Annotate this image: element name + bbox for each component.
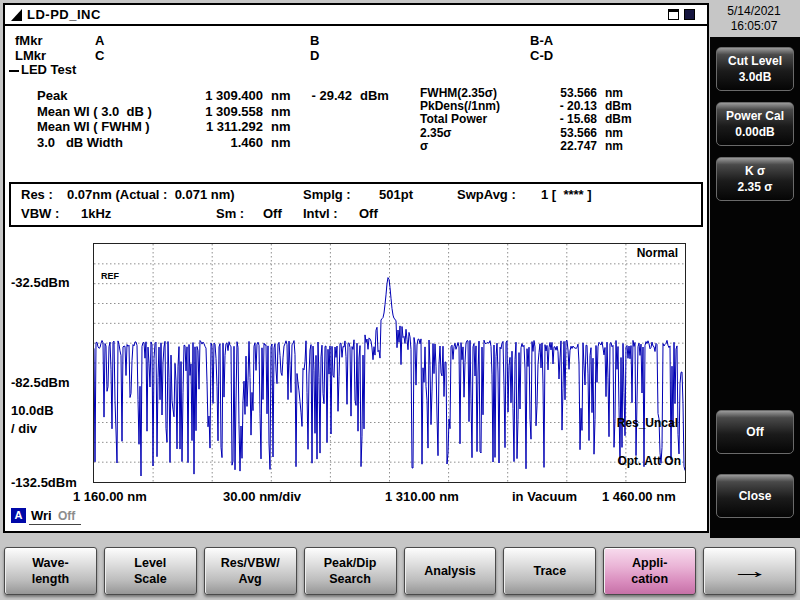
- menu-button-wavelength[interactable]: Wave-length: [4, 547, 97, 595]
- measurement-unit: nm: [271, 119, 291, 134]
- softkey-off[interactable]: Off: [716, 410, 794, 454]
- menu-button-level-scale[interactable]: LevelScale: [104, 547, 197, 595]
- setting-label: Smplg :: [303, 187, 351, 202]
- measurement-unit: nm: [271, 135, 291, 150]
- setting-value: Off: [263, 206, 282, 221]
- x-axis-label: 1 310.00 nm: [385, 489, 459, 504]
- window-restore-icon[interactable]: [668, 9, 679, 20]
- opt-att-label: Opt. Att On: [617, 454, 681, 468]
- marker-cell: D: [310, 48, 319, 63]
- menu-button-label: Wave-: [32, 556, 68, 571]
- menu-button-label: Analysis: [424, 564, 475, 579]
- measurement-value: - 20.13: [505, 99, 597, 113]
- softkey-label: K σ: [745, 164, 765, 178]
- osa-screen: LD-PD_INC fMkrABB-ALMkrCDC-D LED Test Pe…: [0, 0, 800, 600]
- measurement-label: FWHM(2.35σ): [420, 86, 497, 100]
- spectrum-plot: Normal REF Res_Uncal Opt. Att On: [93, 243, 686, 483]
- measurement-label: Total Power: [420, 112, 487, 126]
- softkey-label: 2.35 σ: [738, 180, 773, 194]
- softkey-label: Close: [739, 489, 772, 503]
- measurement-unit: nm: [605, 86, 623, 100]
- softkey-label: Off: [746, 425, 763, 439]
- measurement-label: 3.0 dB Width: [37, 135, 123, 150]
- softkey-panel: Cut Level3.0dBPower Cal0.00dBK σ2.35 σOf…: [710, 37, 800, 538]
- datetime-display: 5/14/2021 16:05:07: [711, 4, 797, 34]
- res-uncal-label: Res_Uncal: [617, 416, 678, 430]
- measurement-label: Mean WI ( 3.0 dB ): [37, 104, 152, 119]
- y-scale-label: 10.0dB: [11, 403, 54, 418]
- analysis-group-title: LED Test: [21, 62, 76, 77]
- setting-value: Off: [359, 206, 378, 221]
- setting-value: 1kHz: [81, 206, 111, 221]
- window-title: LD-PD_INC: [27, 7, 101, 22]
- app-logo-icon: [11, 9, 22, 21]
- measurement-value: 1 309.400: [163, 88, 263, 103]
- menu-button-res-vbw-avg[interactable]: Res/VBW/Avg: [204, 547, 297, 595]
- measurement-unit: nm: [271, 88, 291, 103]
- y-scale-label-unit: / div: [11, 421, 37, 436]
- x-axis-label: 1 160.00 nm: [73, 489, 147, 504]
- measurement-unit: nm: [271, 104, 291, 119]
- softkey-power-cal[interactable]: Power Cal0.00dB: [716, 102, 794, 146]
- softkey-label: Cut Level: [728, 54, 782, 68]
- y-axis-level-label: -82.5dBm: [11, 375, 70, 390]
- softkey-label: Power Cal: [726, 109, 784, 123]
- measurement-unit: dBm: [605, 112, 632, 126]
- y-axis-level-label: -132.5dBm: [11, 475, 77, 490]
- measurement-value: 1 309.558: [163, 104, 263, 119]
- setting-label: Intvl :: [303, 206, 338, 221]
- main-display-panel: LD-PD_INC fMkrABB-ALMkrCDC-D LED Test Pe…: [3, 3, 709, 533]
- menu-button-label: Search: [329, 572, 371, 587]
- menu-button-peak-dip-search[interactable]: Peak/DipSearch: [304, 547, 397, 595]
- menu-more-arrow-button[interactable]: →: [703, 547, 796, 595]
- time-label: 16:05:07: [711, 19, 797, 34]
- marker-cell: B: [310, 33, 319, 48]
- trace-status-underline: [29, 524, 81, 525]
- menu-button-label: length: [32, 572, 70, 587]
- sweep-mode-label: Normal: [637, 246, 678, 260]
- window-close-icon[interactable]: [684, 9, 695, 20]
- active-trace-badge[interactable]: A: [11, 508, 26, 523]
- softkey-cut-level[interactable]: Cut Level3.0dB: [716, 47, 794, 91]
- ref-level-label: REF: [101, 271, 119, 281]
- softkey-k-sigma[interactable]: K σ2.35 σ: [716, 157, 794, 201]
- title-bar: LD-PD_INC: [5, 5, 707, 26]
- trace-write-mode-label: Wri: [31, 508, 52, 523]
- menu-button-label: Peak/Dip: [324, 556, 377, 571]
- measurement-extra-unit: dBm: [360, 88, 389, 103]
- menu-button-label: Avg: [239, 572, 262, 587]
- menu-button-label: Trace: [533, 564, 566, 579]
- measurement-value: - 15.68: [505, 112, 597, 126]
- measurement-label: 2.35σ: [420, 126, 452, 140]
- marker-cell: A: [95, 33, 104, 48]
- measurement-label: Mean WI ( FWHM ): [37, 119, 150, 134]
- menu-button-application[interactable]: Appli-cation: [603, 547, 696, 595]
- measurement-label: PkDens(/1nm): [420, 99, 500, 113]
- marker-cell: C: [95, 48, 104, 63]
- marker-cell: fMkr: [15, 33, 42, 48]
- menu-button-label: Appli-: [632, 556, 667, 571]
- measurement-value: 1.460: [163, 135, 263, 150]
- marker-cell: B-A: [530, 33, 553, 48]
- setting-label: Sm :: [216, 206, 244, 221]
- setting-label: SwpAvg :: [457, 187, 516, 202]
- measurement-label: σ: [420, 139, 428, 153]
- function-menu-bar: Wave-lengthLevelScaleRes/VBW/AvgPeak/Dip…: [0, 546, 800, 598]
- setting-value: 1 [ **** ]: [541, 187, 592, 202]
- sweep-settings-box: Res :0.07nm (Actual : 0.071 nm)Smplg :50…: [9, 182, 703, 227]
- softkey-label: 0.00dB: [735, 125, 774, 139]
- measurement-value: 22.747: [505, 139, 597, 153]
- measurement-unit: nm: [605, 139, 623, 153]
- menu-button-trace[interactable]: Trace: [503, 547, 596, 595]
- setting-value: 0.07nm (Actual : 0.071 nm): [67, 187, 235, 202]
- marker-cell: C-D: [530, 48, 553, 63]
- softkey-close[interactable]: Close: [716, 474, 794, 518]
- date-label: 5/14/2021: [711, 4, 797, 19]
- measurement-label: Peak: [37, 88, 67, 103]
- menu-button-label: Scale: [134, 572, 167, 587]
- menu-button-analysis[interactable]: Analysis: [404, 547, 497, 595]
- group-box-line: [9, 70, 19, 72]
- measurement-value: 53.566: [505, 86, 597, 100]
- marker-cell: LMkr: [15, 48, 46, 63]
- measurement-unit: dBm: [605, 99, 632, 113]
